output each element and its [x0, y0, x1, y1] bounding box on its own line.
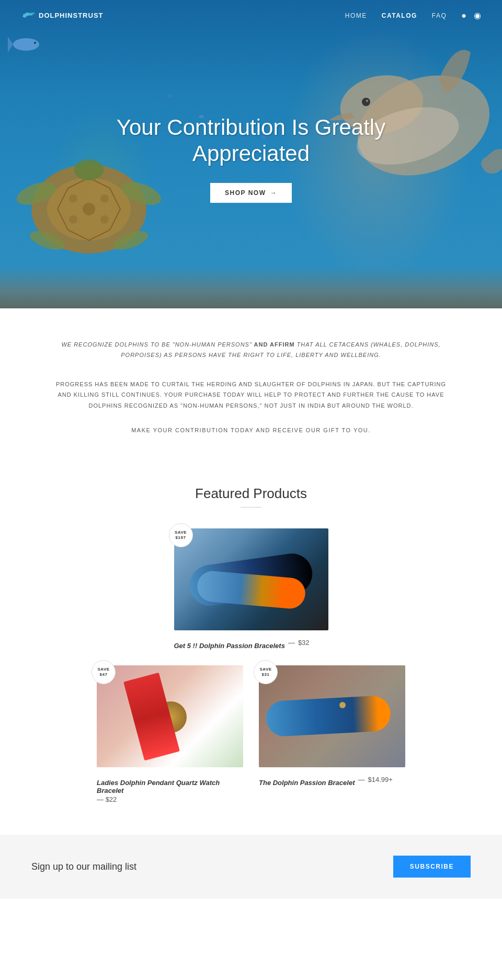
brand-logo[interactable]: DOLPHINSTRUST — [21, 9, 104, 21]
featured-divider — [241, 507, 261, 508]
nav-icons: ● ◉ — [461, 10, 481, 20]
product-row-top: SAVE $197 Get 5 !! Dolphin Passion Brace… — [31, 528, 471, 650]
product-name-line-3: The Dolphin Passion Bracelet — $14.99+ — [259, 773, 405, 787]
product-card-2: SAVE $47 Ladies Dolphin Pendant Quartz W… — [97, 665, 243, 803]
product-card-3: SAVE $31 The Dolphin Passion Bracelet — … — [259, 665, 405, 803]
cart-icon[interactable]: ◉ — [474, 10, 481, 20]
product-name-1[interactable]: Get 5 !! Dolphin Passion Bracelets — [174, 642, 285, 650]
hero-section: Your Contribution Is Greatly Appreciated… — [0, 0, 502, 308]
svg-point-6 — [362, 98, 370, 106]
svg-point-1 — [13, 38, 39, 51]
mission-italic: WE RECOGNIZE DOLPHINS TO BE "NON-HUMAN P… — [52, 340, 450, 361]
nav-faq[interactable]: FAQ — [432, 12, 447, 19]
save-badge-3: SAVE $31 — [254, 660, 278, 684]
featured-title: Featured Products — [31, 486, 471, 502]
subscribe-button[interactable]: SUBSCRIBE — [393, 856, 471, 878]
product-name-3[interactable]: The Dolphin Passion Bracelet — [259, 779, 355, 787]
product-image-3[interactable] — [259, 665, 405, 767]
nav-catalog[interactable]: CATALOG — [382, 12, 417, 19]
svg-point-17 — [69, 194, 77, 203]
save-badge-1: SAVE $197 — [169, 523, 193, 547]
product-price-3: $14.99+ — [368, 776, 393, 783]
product-name-2[interactable]: Ladies Dolphin Pendant Quartz Watch Brac… — [97, 779, 243, 794]
hero-title: Your Contribution Is Greatly Appreciated — [94, 114, 408, 167]
svg-marker-2 — [8, 37, 13, 52]
nav-home[interactable]: HOME — [345, 12, 367, 19]
svg-point-20 — [100, 215, 109, 224]
signup-section: Sign up to our mailing list SUBSCRIBE — [0, 835, 502, 898]
svg-point-16 — [83, 203, 95, 215]
product-name-line-2: Ladies Dolphin Pendant Quartz Watch Brac… — [97, 773, 243, 803]
mission-section: WE RECOGNIZE DOLPHINS TO BE "NON-HUMAN P… — [0, 308, 502, 465]
signup-title: Sign up to our mailing list — [31, 861, 136, 872]
product-row-bottom: SAVE $47 Ladies Dolphin Pendant Quartz W… — [31, 665, 471, 803]
nav-links: HOME CATALOG FAQ ● ◉ — [345, 10, 481, 20]
product-price-1: $32 — [298, 639, 310, 647]
navbar: DOLPHINSTRUST HOME CATALOG FAQ ● ◉ — [0, 0, 502, 31]
featured-section: Featured Products SAVE $197 Get 5 !! Dol… — [0, 465, 502, 835]
contribution-text: MAKE YOUR CONTRIBUTION TODAY AND RECEIVE… — [52, 427, 450, 433]
svg-point-0 — [23, 14, 25, 16]
save-badge-2: SAVE $47 — [92, 660, 116, 684]
logo-icon — [21, 9, 36, 21]
product-price-2: $22 — [106, 795, 117, 803]
fish-decoration — [8, 31, 44, 57]
svg-point-7 — [366, 100, 368, 102]
product-image-1[interactable] — [174, 528, 328, 630]
progress-text: PROGRESS HAS BEEN MADE TO CURTAIL THE HE… — [52, 379, 450, 412]
user-icon[interactable]: ● — [461, 11, 466, 20]
shop-now-button[interactable]: SHOP NOW → — [210, 183, 292, 203]
svg-point-3 — [34, 42, 36, 44]
product-image-2[interactable] — [97, 665, 243, 767]
hero-text-block: Your Contribution Is Greatly Appreciated… — [94, 114, 408, 203]
product-card-1: SAVE $197 Get 5 !! Dolphin Passion Brace… — [174, 528, 328, 650]
product-name-line-1: Get 5 !! Dolphin Passion Bracelets — $32 — [174, 636, 328, 650]
brand-name: DOLPHINSTRUST — [39, 11, 104, 19]
svg-point-19 — [69, 215, 77, 224]
